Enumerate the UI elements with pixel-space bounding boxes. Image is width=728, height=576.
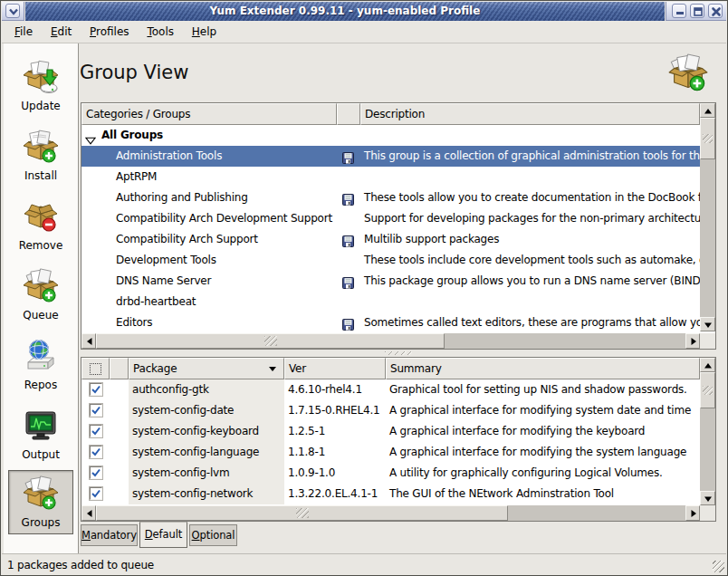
- expander-icon[interactable]: [85, 131, 96, 146]
- column-header-categories[interactable]: Categories / Groups: [81, 103, 337, 125]
- column-header-label: Categories / Groups: [86, 108, 190, 120]
- tree-cell-description: These tools allow you to create document…: [360, 187, 700, 208]
- package-cell-summary: A graphical interface for modifying the …: [386, 421, 700, 442]
- package-checkbox[interactable]: [90, 404, 102, 417]
- checkmark-icon: [91, 446, 101, 457]
- sidebar-item-repos[interactable]: Repos: [8, 333, 73, 398]
- package-cell-ver: 1.0.9-1.0: [284, 463, 386, 484]
- scroll-down-button[interactable]: [700, 317, 715, 331]
- packages-vertical-scrollbar[interactable]: [700, 358, 715, 505]
- sidebar-item-groups[interactable]: Groups: [8, 470, 73, 534]
- tree-row[interactable]: Development Tools: [81, 250, 700, 271]
- installed-icon: [342, 234, 354, 250]
- resize-grip[interactable]: [713, 561, 724, 572]
- close-button[interactable]: [708, 4, 723, 18]
- sidebar-item-output[interactable]: Output: [8, 403, 73, 467]
- column-header-status[interactable]: [110, 358, 129, 379]
- scroll-thumb[interactable]: [96, 505, 508, 521]
- pane-splitter[interactable]: [81, 350, 716, 357]
- column-header-ver[interactable]: Ver: [284, 358, 386, 379]
- packages-list: authconfig-gtk 4.6.10-rhel4.1 Graphical …: [81, 379, 700, 505]
- tree-cell-description: [360, 167, 700, 187]
- sidebar-item-install[interactable]: Install: [8, 124, 73, 188]
- package-row[interactable]: authconfig-gtk 4.6.10-rhel4.1 Graphical …: [81, 379, 700, 400]
- sidebar-item-update[interactable]: Update: [8, 54, 73, 119]
- tree-row[interactable]: AptRPM: [81, 167, 700, 187]
- close-icon: [711, 6, 722, 17]
- group-name-label: Administration Tools: [116, 146, 222, 167]
- tree-row[interactable]: All Groups: [81, 125, 700, 146]
- scroll-up-button[interactable]: [700, 358, 715, 372]
- tree-row[interactable]: DNS Name Server: [81, 271, 700, 292]
- scroll-thumb[interactable]: [96, 333, 445, 349]
- package-cell-summary: A graphical interface for modifying the …: [386, 442, 700, 463]
- package-row[interactable]: system-config-language 1.1.8-1 A graphic…: [81, 442, 700, 463]
- package-type-tabs: Mandatory Default Optional: [81, 522, 716, 549]
- tree-row[interactable]: Administration Tools: [81, 146, 700, 167]
- package-checkbox[interactable]: [90, 383, 102, 396]
- column-header-select-all[interactable]: [81, 358, 110, 379]
- package-checkbox[interactable]: [90, 446, 102, 458]
- tree-row[interactable]: Authoring and Publishing: [81, 187, 700, 208]
- scroll-thumb[interactable]: [700, 118, 715, 159]
- menu-file[interactable]: File: [7, 21, 40, 43]
- tree-horizontal-scrollbar[interactable]: [81, 333, 700, 349]
- menu-profiles[interactable]: Profiles: [82, 21, 137, 43]
- select-all-box[interactable]: [90, 363, 101, 375]
- window-menu-button[interactable]: [5, 4, 20, 18]
- column-header-icon[interactable]: [337, 103, 360, 125]
- tab-optional[interactable]: Optional: [189, 524, 237, 546]
- package-checkbox[interactable]: [90, 487, 102, 500]
- menu-edit[interactable]: Edit: [43, 21, 79, 43]
- chevron-down-icon: [8, 6, 19, 17]
- scroll-thumb[interactable]: [700, 372, 715, 408]
- menu-tools[interactable]: Tools: [139, 21, 181, 43]
- group-name-label: DNS Name Server: [116, 271, 211, 292]
- menubar: File Edit Profiles Tools Help: [2, 21, 726, 43]
- menu-item-label: rofiles: [96, 25, 129, 38]
- titlebar[interactable]: Yum Extender 0.99.11 - yum-enabled Profi…: [2, 2, 726, 21]
- package-checkbox[interactable]: [90, 425, 102, 437]
- package-row[interactable]: system-config-keyboard 1.2.5-1 A graphic…: [81, 421, 700, 442]
- tree-cell-name: AptRPM: [81, 167, 337, 187]
- column-header-description[interactable]: Description: [360, 103, 700, 125]
- column-header-package[interactable]: Package: [129, 358, 284, 379]
- repos-icon: [23, 338, 59, 374]
- group-name-label: Compatibility Arch Development Support: [116, 208, 332, 229]
- tab-default[interactable]: Default: [139, 522, 187, 548]
- minimize-button[interactable]: [672, 4, 686, 18]
- sidebar-item-label: Groups: [9, 516, 72, 529]
- package-row[interactable]: system-config-lvm 1.0.9-1.0 A utility fo…: [81, 463, 700, 484]
- maximize-button[interactable]: [690, 4, 704, 18]
- scroll-down-button[interactable]: [700, 491, 715, 505]
- install-icon: [23, 129, 59, 165]
- tree-vertical-scrollbar[interactable]: [700, 103, 715, 331]
- sidebar-item-queue[interactable]: Queue: [8, 264, 73, 328]
- scroll-left-button[interactable]: [81, 333, 96, 349]
- scroll-right-button[interactable]: [685, 333, 700, 349]
- scroll-right-button[interactable]: [685, 505, 700, 521]
- scroll-up-button[interactable]: [700, 103, 715, 118]
- packages-horizontal-scrollbar[interactable]: [81, 505, 700, 521]
- tree-row[interactable]: drbd-heartbeat: [81, 292, 700, 312]
- tree-row[interactable]: Editors: [81, 312, 700, 333]
- tree-cell-name: drbd-heartbeat: [81, 292, 337, 312]
- package-cell-checkbox: [81, 379, 110, 400]
- column-header-summary[interactable]: Summary: [386, 358, 700, 379]
- tree-cell-description: These tools include core development too…: [360, 250, 700, 271]
- tab-mandatory[interactable]: Mandatory: [81, 524, 138, 546]
- package-cell-status: [110, 442, 129, 463]
- package-row[interactable]: system-config-network 1.3.22.0.EL.4.1-1 …: [81, 484, 700, 504]
- package-row[interactable]: system-config-date 1.7.15-0.RHEL4.1 A gr…: [81, 400, 700, 421]
- package-checkbox[interactable]: [90, 466, 102, 479]
- tree-row[interactable]: Compatibility Arch Development Support: [81, 208, 700, 229]
- menu-help[interactable]: Help: [185, 21, 224, 43]
- scroll-left-button[interactable]: [81, 505, 96, 521]
- tree-cell-status: [337, 146, 360, 167]
- arrow-down-icon: [704, 494, 713, 504]
- tree-row[interactable]: Compatibility Arch Support: [81, 229, 700, 250]
- queue-icon: [23, 268, 59, 304]
- tree-cell-status: [337, 271, 360, 292]
- checkmark-icon: [91, 426, 101, 437]
- sidebar-item-remove[interactable]: Remove: [8, 194, 73, 258]
